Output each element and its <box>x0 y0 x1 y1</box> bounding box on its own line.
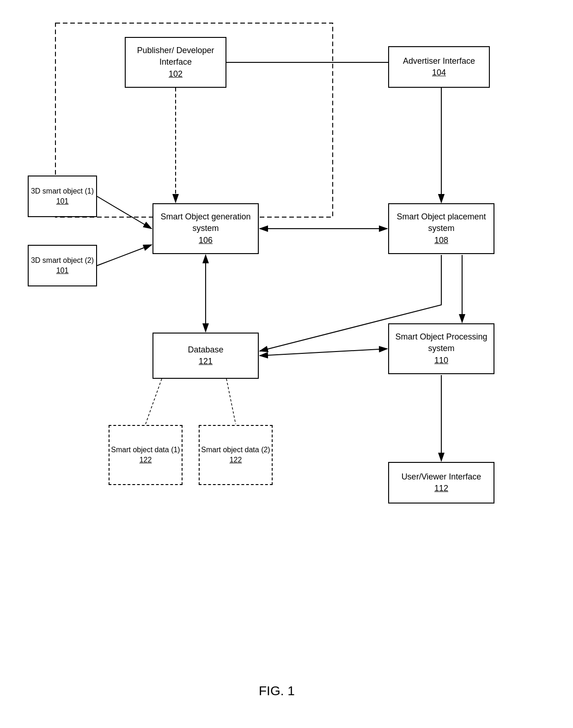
processing-label: Smart Object Processing system <box>389 331 494 354</box>
smart-obj-2-label: 3D smart object (2) <box>31 255 94 266</box>
user-viewer-label: User/Viewer Interface <box>402 471 482 483</box>
user-viewer-number: 112 <box>434 483 448 494</box>
user-viewer-box: User/Viewer Interface 112 <box>388 462 494 504</box>
gen-system-box: Smart Object generation system 106 <box>152 203 259 254</box>
placement-label: Smart Object placement system <box>389 211 494 234</box>
smart-obj-1-label: 3D smart object (1) <box>31 186 94 196</box>
smart-obj-1-number: 101 <box>56 196 69 206</box>
svg-line-7 <box>260 349 387 356</box>
smart-data-1-number: 122 <box>140 455 152 465</box>
fig-label: FIG. 1 <box>259 684 295 698</box>
advertiser-label: Advertiser Interface <box>403 55 475 67</box>
smart-data-2-label: Smart object data (2) <box>201 445 270 455</box>
smart-data-1-box: Smart object data (1) 122 <box>109 425 183 485</box>
publisher-number: 102 <box>169 68 183 80</box>
svg-line-4 <box>97 245 152 266</box>
database-number: 121 <box>199 356 213 367</box>
publisher-label: Publisher/ Developer Interface <box>126 45 226 68</box>
placement-box: Smart Object placement system 108 <box>388 203 494 254</box>
gen-system-number: 106 <box>199 235 213 246</box>
smart-obj-2-number: 101 <box>56 266 69 276</box>
smart-data-2-box: Smart object data (2) 122 <box>199 425 273 485</box>
smart-data-1-label: Smart object data (1) <box>111 445 180 455</box>
processing-number: 110 <box>434 355 448 366</box>
advertiser-number: 104 <box>432 67 446 79</box>
smart-obj-2-box: 3D smart object (2) 101 <box>28 245 97 286</box>
smart-data-2-number: 122 <box>230 455 242 465</box>
processing-box: Smart Object Processing system 110 <box>388 323 494 374</box>
placement-number: 108 <box>434 235 448 246</box>
publisher-box: Publisher/ Developer Interface 102 <box>125 37 226 88</box>
diagram: Publisher/ Developer Interface 102 Adver… <box>0 0 573 728</box>
svg-line-3 <box>97 196 152 229</box>
svg-line-11 <box>226 379 236 424</box>
database-box: Database 121 <box>152 333 259 379</box>
smart-obj-1-box: 3D smart object (1) 101 <box>28 176 97 217</box>
database-label: Database <box>188 344 223 356</box>
svg-line-10 <box>146 379 162 424</box>
gen-system-label: Smart Object generation system <box>153 211 258 234</box>
advertiser-box: Advertiser Interface 104 <box>388 46 490 88</box>
